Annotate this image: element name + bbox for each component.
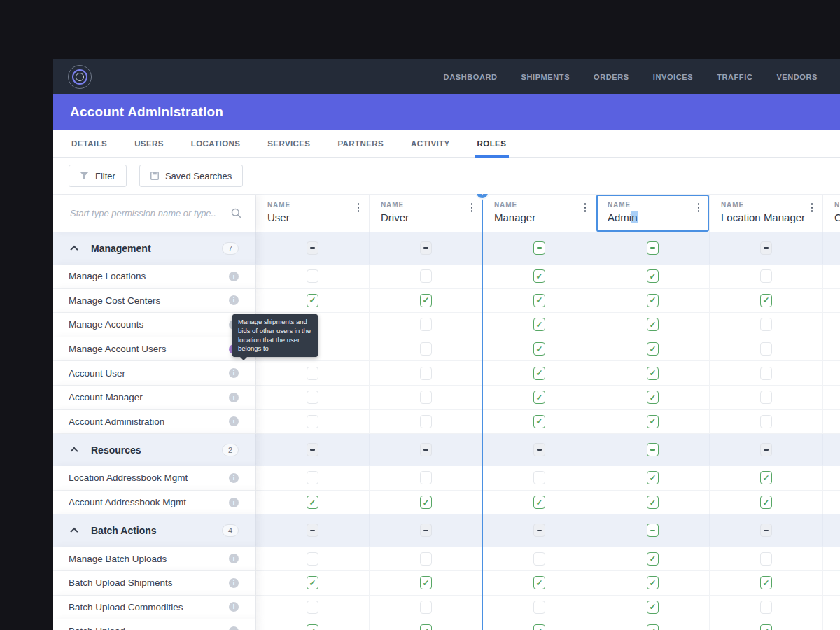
role-column-header-2[interactable]: NAMEManager	[482, 195, 596, 232]
top-nav-item-shipments[interactable]: SHIPMENTS	[522, 73, 570, 81]
top-nav-item-traffic[interactable]: TRAFFIC	[717, 73, 752, 81]
column-menu-button[interactable]	[583, 202, 588, 214]
info-icon[interactable]: i	[229, 295, 239, 305]
group-checkbox-mixed-gray[interactable]	[307, 241, 318, 255]
permission-checkbox-unchecked[interactable]	[307, 471, 318, 484]
permission-checkbox-checked[interactable]	[533, 576, 545, 589]
top-nav-item-vendors[interactable]: VENDORS	[776, 73, 818, 81]
tab-roles[interactable]: ROLES	[477, 130, 507, 157]
permission-checkbox-checked[interactable]	[647, 342, 659, 356]
permission-checkbox-checked[interactable]	[533, 342, 545, 356]
info-icon[interactable]: i	[229, 393, 239, 402]
permission-checkbox-checked[interactable]	[647, 496, 659, 509]
permission-checkbox-unchecked[interactable]	[760, 601, 772, 614]
group-checkbox-mixed-gray[interactable]	[760, 443, 772, 456]
permission-checkbox-unchecked[interactable]	[533, 471, 545, 484]
info-icon[interactable]: i	[229, 626, 239, 630]
info-icon[interactable]: i	[229, 578, 239, 588]
permission-checkbox-checked[interactable]	[760, 624, 772, 630]
permission-checkbox-unchecked[interactable]	[420, 367, 432, 380]
info-icon[interactable]: i	[229, 602, 239, 612]
permission-checkbox-unchecked[interactable]	[307, 601, 318, 614]
permission-checkbox-unchecked[interactable]	[420, 391, 432, 404]
permission-checkbox-checked[interactable]	[307, 624, 318, 630]
role-column-header-1[interactable]: NAMEDriver	[369, 195, 482, 232]
permission-checkbox-checked[interactable]	[647, 624, 659, 630]
group-header-cell[interactable]: Management7	[53, 232, 255, 265]
top-nav-item-orders[interactable]: ORDERS	[594, 73, 629, 81]
permission-checkbox-unchecked[interactable]	[760, 318, 772, 331]
info-icon[interactable]: i	[229, 473, 239, 483]
search-input[interactable]	[69, 207, 231, 219]
permission-checkbox-unchecked[interactable]	[420, 471, 432, 484]
permission-checkbox-unchecked[interactable]	[307, 270, 318, 283]
permission-checkbox-checked[interactable]	[420, 294, 432, 307]
tab-services[interactable]: SERVICES	[267, 130, 310, 157]
column-menu-button[interactable]	[810, 202, 815, 214]
saved-searches-button[interactable]: Saved Searches	[139, 164, 243, 187]
permission-checkbox-unchecked[interactable]	[760, 415, 772, 428]
permission-checkbox-checked[interactable]	[647, 415, 659, 428]
permission-checkbox-unchecked[interactable]	[760, 391, 772, 404]
permission-checkbox-unchecked[interactable]	[760, 270, 772, 283]
permission-checkbox-unchecked[interactable]	[307, 415, 318, 428]
group-checkbox-mixed-gray[interactable]	[533, 443, 545, 456]
permission-checkbox-unchecked[interactable]	[420, 270, 432, 283]
role-column-header-5[interactable]: NACu	[822, 195, 840, 232]
tab-users[interactable]: USERS	[134, 130, 164, 157]
permission-checkbox-checked[interactable]	[307, 496, 318, 509]
permission-checkbox-unchecked[interactable]	[420, 601, 432, 614]
role-column-header-4[interactable]: NAMELocation Manager	[709, 195, 822, 232]
collapse-chevron-icon[interactable]	[70, 528, 78, 536]
group-checkbox-mixed-gray[interactable]	[533, 524, 545, 537]
permission-checkbox-checked[interactable]	[647, 471, 659, 484]
collapse-chevron-icon[interactable]	[70, 245, 78, 253]
permission-checkbox-checked[interactable]	[647, 391, 659, 404]
permission-checkbox-checked[interactable]	[647, 552, 659, 566]
group-header-cell[interactable]: Batch Actions4	[53, 514, 255, 547]
permission-checkbox-unchecked[interactable]	[533, 601, 545, 614]
permission-checkbox-checked[interactable]	[647, 270, 659, 283]
tab-partners[interactable]: PARTNERS	[337, 130, 384, 157]
info-icon[interactable]: i	[229, 554, 239, 564]
column-menu-button[interactable]	[470, 202, 475, 214]
group-checkbox-mixed-gray[interactable]	[420, 241, 432, 255]
permission-checkbox-checked[interactable]	[647, 367, 659, 380]
group-checkbox-mixed-gray[interactable]	[307, 524, 318, 537]
permission-checkbox-checked[interactable]	[760, 471, 772, 484]
group-checkbox-mixed-green[interactable]	[647, 524, 659, 537]
permission-checkbox-unchecked[interactable]	[307, 552, 318, 566]
permission-checkbox-checked[interactable]	[647, 318, 659, 331]
group-checkbox-mixed-green[interactable]	[647, 241, 659, 255]
role-name-value[interactable]: Admin	[608, 211, 702, 223]
group-checkbox-mixed-gray[interactable]	[420, 443, 432, 456]
column-menu-button[interactable]	[696, 202, 701, 214]
permission-checkbox-unchecked[interactable]	[760, 342, 772, 356]
permission-checkbox-checked[interactable]	[533, 391, 545, 404]
permission-checkbox-checked[interactable]	[533, 367, 545, 380]
permission-checkbox-checked[interactable]	[533, 270, 545, 283]
permission-checkbox-checked[interactable]	[533, 496, 545, 509]
tab-details[interactable]: DETAILS	[71, 130, 107, 157]
group-checkbox-mixed-green[interactable]	[533, 241, 545, 255]
permission-checkbox-checked[interactable]	[533, 624, 545, 630]
top-nav-item-invoices[interactable]: INVOICES	[653, 73, 693, 81]
top-nav-item-dashboard[interactable]: DASHBOARD	[444, 73, 498, 81]
permission-checkbox-unchecked[interactable]	[420, 415, 432, 428]
info-icon[interactable]: i	[229, 368, 239, 378]
permission-checkbox-checked[interactable]	[760, 496, 772, 509]
info-icon[interactable]: i	[229, 498, 239, 507]
role-column-header-0[interactable]: NAMEUser	[255, 195, 369, 232]
filter-button[interactable]: Filter	[69, 164, 127, 187]
permission-checkbox-checked[interactable]	[307, 294, 318, 307]
group-checkbox-mixed-gray[interactable]	[307, 443, 318, 456]
permission-checkbox-unchecked[interactable]	[760, 552, 772, 566]
permission-checkbox-unchecked[interactable]	[307, 367, 318, 380]
group-header-cell[interactable]: Resources2	[53, 434, 255, 466]
tab-locations[interactable]: LOCATIONS	[191, 130, 240, 157]
app-logo-icon[interactable]	[67, 64, 92, 90]
group-checkbox-mixed-green[interactable]	[647, 443, 659, 456]
role-column-header-3[interactable]: NAMEAdmin	[596, 195, 709, 232]
permission-checkbox-unchecked[interactable]	[533, 552, 545, 566]
permission-checkbox-checked[interactable]	[760, 294, 772, 307]
